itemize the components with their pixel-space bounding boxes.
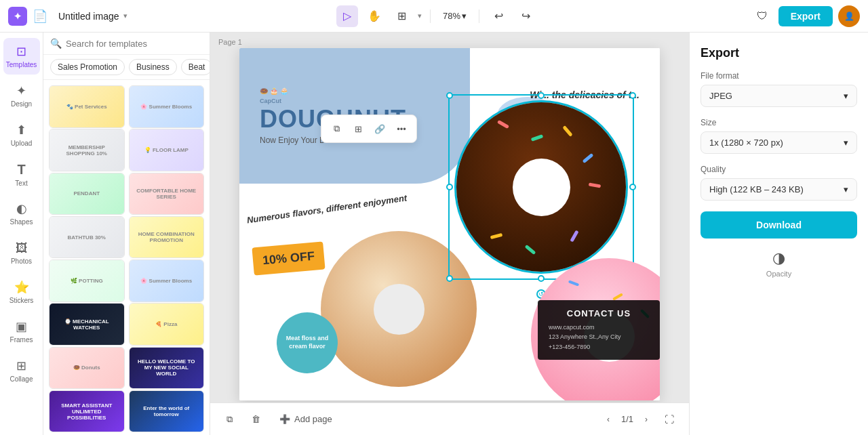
undo-button[interactable]: ↩ — [488, 5, 509, 27]
duplicate-page-button[interactable]: ⧉ — [221, 410, 238, 429]
template-card[interactable]: 🍕 Pizza — [129, 303, 205, 346]
template-card[interactable]: SMART ASSISTANT UNLIMITED POSSIBILITIES — [49, 390, 125, 433]
category-tab-business[interactable]: Business — [129, 59, 177, 75]
text-icon: T — [17, 162, 25, 178]
sidebar-item-stickers[interactable]: ⭐ Stickers — [3, 274, 40, 310]
sidebar-item-templates[interactable]: ⊡ Templates — [3, 38, 40, 75]
opacity-icon: ◑ — [772, 249, 785, 267]
template-card[interactable]: ⌚ MECHANICAL WATCHES — [49, 303, 125, 346]
canvas-area: Page 1 🍩 🎂 🧁 CapCut DOUGHNUT Now — [210, 33, 689, 435]
sidebar-item-design[interactable]: ✦ Design — [3, 77, 40, 114]
search-icon: 🔍 — [50, 38, 62, 49]
shield-button[interactable]: 🛡 — [751, 5, 773, 27]
sidebar-label-design: Design — [11, 100, 32, 108]
sidebar-label-photos: Photos — [11, 257, 32, 265]
fullscreen-button[interactable]: ⛶ — [660, 411, 678, 428]
sidebar-label-templates: Templates — [6, 61, 37, 68]
prev-page-button[interactable]: ‹ — [599, 411, 617, 428]
zoom-level: 78% — [443, 11, 460, 21]
download-button[interactable]: Download — [701, 211, 857, 239]
quality-select[interactable]: High (122 KB – 243 KB) ▾ — [701, 178, 857, 201]
file-icon: 📄 — [33, 9, 47, 24]
sidebar-item-frames[interactable]: ▣ Frames — [3, 313, 40, 350]
donut-chocolate[interactable] — [456, 102, 626, 272]
main-area: ⊡ Templates ✦ Design ⬆ Upload T Text ◐ S… — [0, 33, 868, 435]
float-more-button[interactable]: ••• — [392, 119, 411, 138]
quality-arrow: ▾ — [844, 184, 848, 194]
layout-dropdown-arrow[interactable]: ▾ — [418, 12, 422, 20]
float-link-button[interactable]: 🔗 — [370, 119, 389, 138]
add-page-icon: ➕ — [279, 414, 290, 424]
template-card[interactable]: 🌸 Summer Blooms — [129, 260, 205, 302]
category-tab-beat[interactable]: Beat — [181, 59, 210, 75]
category-tab-sales[interactable]: Sales Promotion — [50, 59, 125, 75]
templates-icon: ⊡ — [16, 44, 26, 59]
contact-addr: 123 Anywhere St.,Any City — [549, 332, 649, 341]
zoom-divider — [430, 9, 431, 23]
page-indicator: 1/1 — [621, 414, 633, 424]
shapes-icon: ◐ — [16, 201, 27, 216]
sidebar-item-shapes[interactable]: ◐ Shapes — [3, 195, 40, 232]
hand-tool-button[interactable]: ✋ — [363, 5, 385, 27]
stickers-icon: ⭐ — [14, 280, 29, 295]
quality-value: High (122 KB – 243 KB) — [709, 184, 804, 194]
sidebar-item-text[interactable]: T Text — [3, 156, 40, 192]
float-copy-button[interactable]: ⧉ — [327, 119, 346, 138]
avatar[interactable]: 👤 — [838, 5, 860, 27]
size-select[interactable]: 1x (1280 × 720 px) ▾ — [701, 131, 857, 154]
template-card[interactable]: HOME COMBINATION PROMOTION — [129, 216, 205, 259]
sidebar-item-upload[interactable]: ⬆ Upload — [3, 117, 40, 153]
circle-badge: Meat floss and cream flavor — [277, 312, 338, 373]
next-page-button[interactable]: › — [637, 411, 655, 428]
contact-title: CONTACT US — [549, 308, 649, 318]
float-grid-button[interactable]: ⊞ — [349, 119, 368, 138]
canvas[interactable]: 🍩 🎂 🧁 CapCut DOUGHNUT Now Enjoy Your Del… — [239, 48, 660, 400]
add-page-button[interactable]: ➕ Add page — [274, 410, 338, 428]
template-card[interactable]: HELLO WELCOME TO MY NEW SOCIAL WORLD — [129, 347, 205, 390]
file-format-value: JPEG — [709, 91, 732, 101]
layout-tool-button[interactable]: ⊞ — [391, 5, 412, 27]
template-card[interactable]: MEMBERSHIP SHOPPING 10% — [49, 129, 125, 171]
delete-page-button[interactable]: 🗑 — [246, 410, 266, 428]
redo-button[interactable]: ↪ — [515, 5, 536, 27]
select-tool-button[interactable]: ▷ — [336, 5, 358, 27]
canvas-bg: 🍩 🎂 🧁 CapCut DOUGHNUT Now Enjoy Your Del… — [239, 48, 660, 400]
sidebar-item-collage[interactable]: ⊞ Collage — [3, 352, 40, 389]
quality-section: Quality High (122 KB – 243 KB) ▾ — [701, 165, 857, 201]
file-format-arrow: ▾ — [844, 91, 848, 101]
size-section: Size 1x (1280 × 720 px) ▾ — [701, 118, 857, 154]
sidebar-label-upload: Upload — [11, 140, 33, 147]
template-card[interactable]: PENDANT — [49, 173, 125, 215]
title-dropdown-arrow: ▾ — [123, 12, 127, 20]
file-format-section: File format JPEG ▾ — [701, 71, 857, 107]
sidebar-label-text: Text — [15, 180, 27, 187]
duplicate-icon: ⧉ — [226, 414, 233, 425]
template-card[interactable]: BATHTUB 30% — [49, 216, 125, 259]
category-tabs: Sales Promotion Business Beat — [43, 55, 210, 80]
zoom-control[interactable]: 78% ▾ — [439, 8, 471, 24]
file-format-select[interactable]: JPEG ▾ — [701, 85, 857, 107]
search-input[interactable] — [66, 39, 203, 49]
template-card[interactable]: 🍩 Donuts — [49, 347, 125, 390]
template-card[interactable]: 🐾 Pet Services — [49, 85, 125, 128]
template-card[interactable]: COMFORTABLE HOME SERIES — [129, 173, 205, 215]
brand-bar: CapCut — [260, 98, 281, 104]
opacity-label: Opacity — [766, 270, 791, 278]
template-card[interactable]: 🌸 Summer Blooms — [129, 85, 205, 128]
topbar-right: 🛡 Export 👤 — [751, 5, 860, 27]
collage-icon: ⊞ — [16, 358, 26, 373]
template-card[interactable]: Enter the world of tomorrow — [129, 390, 205, 433]
sidebar-item-photos[interactable]: 🖼 Photos — [3, 234, 40, 271]
document-title-area[interactable]: Untitled image ▾ — [58, 11, 127, 22]
file-format-label: File format — [701, 71, 857, 81]
flavor-text: Numerous flavors, different enjoyment — [246, 193, 408, 226]
export-button[interactable]: Export — [778, 6, 833, 26]
template-card[interactable]: 🌿 POTTING — [49, 260, 125, 302]
template-card[interactable]: 💡 FLOOR LAMP — [129, 129, 205, 171]
contact-box: CONTACT US www.capcut.com 123 Anywhere S… — [538, 300, 660, 360]
bottom-right: ‹ 1/1 › ⛶ — [599, 411, 678, 428]
canvas-container[interactable]: 🍩 🎂 🧁 CapCut DOUGHNUT Now Enjoy Your Del… — [210, 33, 689, 402]
photos-icon: 🖼 — [16, 241, 28, 255]
opacity-section: ◑ Opacity — [701, 249, 857, 278]
sidebar-label-shapes: Shapes — [10, 218, 33, 226]
